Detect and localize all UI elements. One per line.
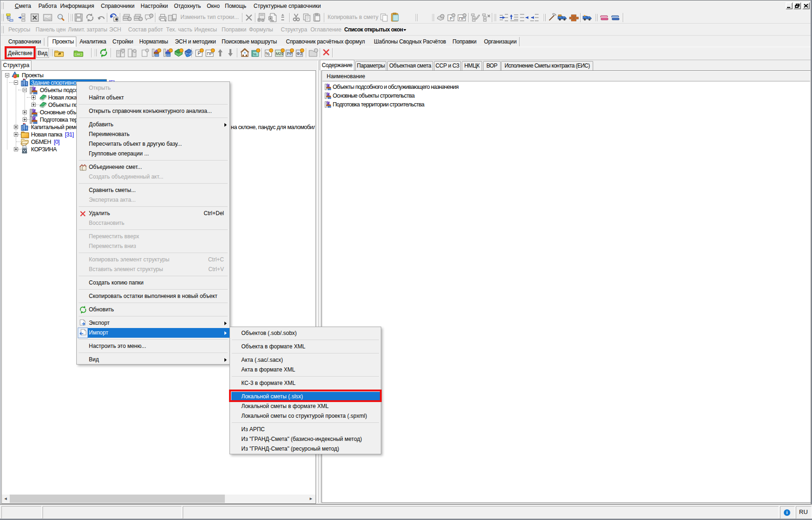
svg-text:%: %	[266, 51, 270, 56]
svg-text:P: P	[450, 16, 452, 21]
svg-text:✱: ✱	[115, 17, 118, 22]
svg-text:%: %	[253, 52, 256, 56]
svg-text:PDF: PDF	[44, 15, 50, 18]
